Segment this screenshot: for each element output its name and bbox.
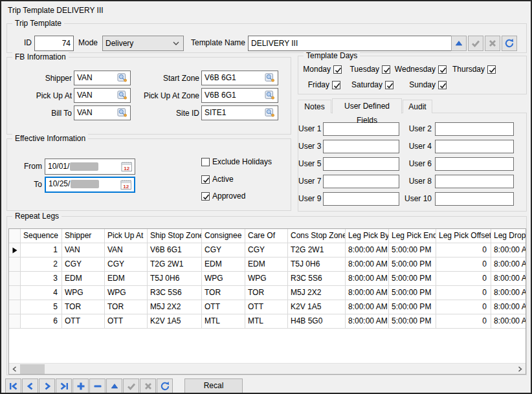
- day-thursday-checkbox[interactable]: [487, 65, 496, 74]
- exclude-holidays-checkbox[interactable]: [201, 158, 210, 166]
- day-friday-checkbox[interactable]: [332, 81, 340, 89]
- row-selector[interactable]: [9, 272, 21, 286]
- start-zone-field[interactable]: V6B 6G1: [201, 71, 278, 85]
- cell-leg-pick-end[interactable]: 5:00:00 PM: [389, 314, 436, 329]
- scroll-right-icon[interactable]: [515, 364, 526, 374]
- column-header-leg-drop-by[interactable]: Leg Drop By: [491, 229, 526, 243]
- cell-care-of[interactable]: EDM: [245, 257, 288, 272]
- column-header-ship-stop-zone[interactable]: Ship Stop Zone: [148, 229, 202, 243]
- first-record-button[interactable]: [5, 378, 21, 393]
- cell-cons-stop-zone[interactable]: H4B 5G0: [288, 314, 346, 329]
- table-row[interactable]: 4WPGWPGR3C 5S6TORTORM5J 2X28:00:00 AM5:0…: [9, 286, 526, 300]
- cell-leg-drop-by[interactable]: 8:00:00 AM: [491, 300, 526, 314]
- cell-leg-pick-by[interactable]: 8:00:00 AM: [346, 314, 389, 329]
- day-monday-checkbox[interactable]: [333, 65, 342, 74]
- cell-ship-stop-zone[interactable]: K2V 1A5: [148, 314, 202, 329]
- cell-cons-stop-zone[interactable]: M5J 2X2: [288, 286, 346, 300]
- user-10-field[interactable]: [435, 192, 514, 206]
- day-saturday-checkbox[interactable]: [385, 81, 393, 89]
- cell-sequence[interactable]: 3: [21, 272, 62, 286]
- cell-leg-drop-by[interactable]: 8:00:00 AM: [491, 243, 526, 257]
- column-header-pick-up-at[interactable]: Pick Up At: [105, 229, 148, 243]
- cell-leg-pick-by[interactable]: 8:00:00 AM: [346, 243, 389, 257]
- cell-leg-drop-by[interactable]: 8:00:00 AM: [491, 272, 526, 286]
- cell-care-of[interactable]: CGY: [245, 243, 288, 257]
- table-row[interactable]: 3EDMEDMT5J 0H6WPGWPGR3C 5S68:00:00 AM5:0…: [9, 272, 526, 286]
- calendar-icon[interactable]: 12: [121, 161, 133, 175]
- cell-care-of[interactable]: MTL: [245, 314, 288, 329]
- table-row[interactable]: 1VANVANV6B 6G1CGYCGYT2G 2W18:00:00 AM5:0…: [9, 243, 526, 257]
- move-up-button[interactable]: [451, 36, 467, 51]
- cell-ship-stop-zone[interactable]: T2G 2W1: [148, 257, 202, 272]
- cell-pick-up-at[interactable]: VAN: [105, 243, 148, 257]
- cell-leg-pick-by[interactable]: 8:00:00 AM: [346, 286, 389, 300]
- cell-leg-pick-end[interactable]: 5:00:00 PM: [389, 243, 436, 257]
- cell-sequence[interactable]: 1: [21, 243, 62, 257]
- approved-checkbox[interactable]: [201, 192, 210, 201]
- cell-consignee[interactable]: TOR: [202, 286, 245, 300]
- cell-care-of[interactable]: TOR: [245, 286, 288, 300]
- cell-consignee[interactable]: EDM: [202, 257, 245, 272]
- cell-shipper[interactable]: VAN: [62, 243, 105, 257]
- cell-consignee[interactable]: OTT: [202, 300, 245, 314]
- column-header-consignee[interactable]: Consignee: [202, 229, 245, 243]
- column-header-leg-pick-by[interactable]: Leg Pick By: [346, 229, 389, 243]
- user-5-field[interactable]: [323, 157, 399, 171]
- cell-leg-pick-offset[interactable]: 0: [436, 243, 491, 257]
- cell-pick-up-at[interactable]: CGY: [105, 257, 148, 272]
- cell-leg-pick-offset[interactable]: 0: [436, 300, 491, 314]
- tab-notes[interactable]: Notes: [298, 100, 331, 113]
- cell-cons-stop-zone[interactable]: T2G 2W1: [288, 243, 346, 257]
- cell-cons-stop-zone[interactable]: K2V 1A5: [288, 300, 346, 314]
- cell-pick-up-at[interactable]: TOR: [105, 300, 148, 314]
- cell-sequence[interactable]: 4: [21, 286, 62, 300]
- horizontal-scrollbar[interactable]: [9, 363, 526, 374]
- cell-leg-pick-by[interactable]: 8:00:00 AM: [346, 300, 389, 314]
- cell-ship-stop-zone[interactable]: M5J 2X2: [148, 300, 202, 314]
- user-8-field[interactable]: [435, 175, 514, 188]
- cell-leg-pick-end[interactable]: 5:00:00 PM: [389, 272, 436, 286]
- id-field[interactable]: 74: [34, 36, 74, 51]
- cell-ship-stop-zone[interactable]: T5J 0H6: [148, 272, 202, 286]
- accept-button[interactable]: [123, 378, 139, 393]
- lookup-icon[interactable]: [265, 73, 276, 85]
- refresh-button[interactable]: [502, 36, 517, 51]
- cell-pick-up-at[interactable]: EDM: [105, 272, 148, 286]
- cell-consignee[interactable]: WPG: [202, 272, 245, 286]
- cell-leg-drop-by[interactable]: 8:00:00 AM: [491, 257, 526, 272]
- cell-leg-drop-by[interactable]: 8:00:00 AM: [491, 314, 526, 329]
- lookup-icon[interactable]: [265, 91, 276, 103]
- cancel-button[interactable]: [485, 36, 500, 51]
- calendar-icon[interactable]: 12: [120, 179, 132, 193]
- accept-button[interactable]: [468, 36, 483, 51]
- cell-ship-stop-zone[interactable]: V6B 6G1: [148, 243, 202, 257]
- previous-record-button[interactable]: [22, 378, 38, 393]
- cell-leg-pick-end[interactable]: 5:00:00 PM: [389, 257, 436, 272]
- cell-shipper[interactable]: TOR: [62, 300, 105, 314]
- table-row[interactable]: 5TORTORM5J 2X2OTTOTTK2V 1A58:00:00 AM5:0…: [9, 300, 526, 314]
- cell-leg-pick-offset[interactable]: 0: [436, 286, 491, 300]
- column-header-leg-pick-offset[interactable]: Leg Pick Offset: [436, 229, 491, 243]
- table-row[interactable]: 6OTTOTTK2V 1A5MTLMTLH4B 5G08:00:00 AM5:0…: [9, 314, 526, 329]
- cell-leg-pick-end[interactable]: 5:00:00 PM: [389, 300, 436, 314]
- cell-sequence[interactable]: 2: [21, 257, 62, 272]
- cell-pick-up-at[interactable]: WPG: [105, 286, 148, 300]
- cell-care-of[interactable]: OTT: [245, 300, 288, 314]
- mode-dropdown[interactable]: Delivery: [102, 36, 184, 51]
- cell-shipper[interactable]: EDM: [62, 272, 105, 286]
- cell-shipper[interactable]: WPG: [62, 286, 105, 300]
- cell-leg-pick-by[interactable]: 8:00:00 AM: [346, 272, 389, 286]
- user-3-field[interactable]: [323, 140, 399, 153]
- cell-leg-pick-offset[interactable]: 0: [436, 314, 491, 329]
- user-2-field[interactable]: [435, 122, 514, 136]
- user-7-field[interactable]: [323, 175, 399, 188]
- cell-leg-pick-offset[interactable]: 0: [436, 272, 491, 286]
- cell-leg-pick-end[interactable]: 5:00:00 PM: [389, 286, 436, 300]
- site-id-field[interactable]: SITE1: [201, 105, 278, 120]
- table-row[interactable]: 2CGYCGYT2G 2W1EDMEDMT5J 0H68:00:00 AM5:0…: [9, 257, 526, 272]
- cell-cons-stop-zone[interactable]: R3C 5S6: [288, 272, 346, 286]
- column-header-cons-stop-zone[interactable]: Cons Stop Zone: [288, 229, 346, 243]
- cell-sequence[interactable]: 6: [21, 314, 62, 329]
- column-header-sequence[interactable]: Sequence: [21, 229, 62, 243]
- pick-up-at-zone-field[interactable]: V6B 6G1: [201, 88, 278, 103]
